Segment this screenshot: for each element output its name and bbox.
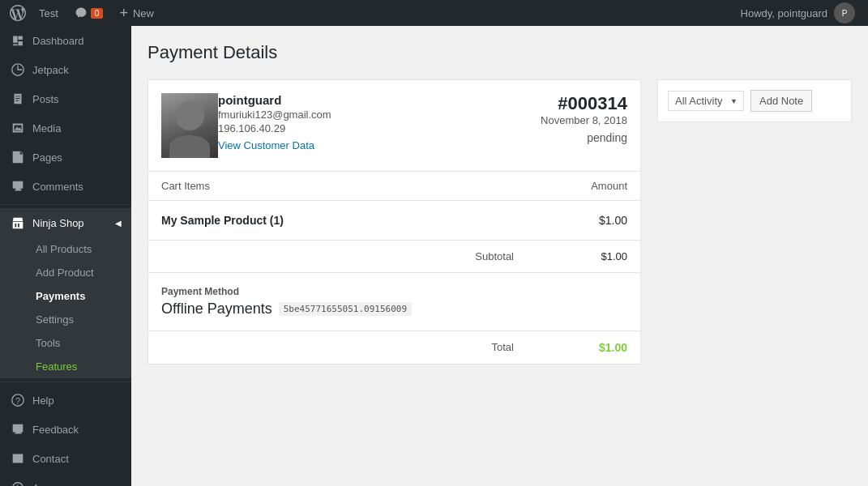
dashboard-icon: [10, 32, 26, 49]
cart-item-name: My Sample Product (1): [161, 214, 284, 227]
site-name[interactable]: Test: [32, 0, 65, 26]
sidebar-item-contact[interactable]: Contact: [0, 444, 131, 473]
new-content[interactable]: + New: [113, 0, 160, 26]
payment-method-label: Payment Method: [161, 286, 627, 297]
feedback-icon: [10, 421, 26, 437]
cart-items-label: Cart Items: [161, 180, 210, 192]
appearance-icon: [10, 480, 26, 486]
submenu-all-products[interactable]: All Products: [0, 237, 131, 261]
shop-icon: [10, 215, 26, 231]
sidebar-item-appearance[interactable]: Appearance: [0, 473, 131, 486]
cart-amount-label: Amount: [591, 180, 627, 192]
subtotal-label: Subtotal: [475, 250, 514, 262]
activity-dropdown[interactable]: All Activity: [668, 91, 744, 111]
customer-ip: 196.106.40.29: [218, 122, 528, 134]
payment-card: pointguard fmuriuki123@gmail.com 196.106…: [148, 79, 641, 364]
help-icon: ?: [10, 392, 26, 408]
customer-email: fmuriuki123@gmail.com: [218, 109, 528, 121]
wp-logo[interactable]: [6, 0, 29, 26]
admin-bar: Test 0 + New Howdy, pointguard P: [0, 0, 868, 26]
sidebar-item-ninja-shop[interactable]: Ninja Shop ◀: [0, 208, 131, 237]
payment-token: 5be45771655051.09156009: [279, 302, 412, 316]
menu-arrow-icon: ◀: [115, 219, 122, 228]
svg-text:?: ?: [15, 396, 20, 406]
activity-panel: All Activity Add Note: [657, 79, 852, 364]
sidebar-item-media[interactable]: Media: [0, 113, 131, 143]
customer-avatar: [161, 93, 218, 158]
comments-icon: [10, 178, 26, 194]
customer-info: pointguard fmuriuki123@gmail.com 196.106…: [218, 93, 528, 151]
posts-icon: [10, 91, 26, 107]
pages-icon: [10, 149, 26, 165]
order-date: November 8, 2018: [541, 114, 627, 126]
contact-icon: [10, 450, 26, 467]
sidebar-item-help[interactable]: ? Help: [0, 386, 131, 415]
cart-item: My Sample Product (1) $1.00: [148, 201, 640, 241]
ninja-shop-submenu: All Products Add Product Payments Settin…: [0, 237, 131, 378]
activity-select-wrapper: All Activity: [668, 91, 744, 111]
activity-card: All Activity Add Note: [657, 79, 852, 122]
cart-item-amount: $1.00: [599, 214, 627, 227]
customer-name: pointguard: [218, 93, 528, 107]
sidebar-item-comments[interactable]: Comments: [0, 172, 131, 201]
order-status: pending: [541, 131, 627, 144]
avatar: P: [834, 2, 855, 23]
sidebar-item-jetpack[interactable]: Jetpack: [0, 55, 131, 84]
submenu-features[interactable]: Features: [0, 355, 131, 378]
sidebar-item-feedback[interactable]: Feedback: [0, 415, 131, 444]
order-number: #000314: [541, 93, 627, 114]
submenu-add-product[interactable]: Add Product: [0, 261, 131, 284]
add-note-button[interactable]: Add Note: [750, 90, 812, 112]
subtotal-value: $1.00: [579, 250, 627, 262]
sidebar-item-dashboard[interactable]: Dashboard: [0, 26, 131, 55]
media-icon: [10, 120, 26, 136]
submenu-tools[interactable]: Tools: [0, 331, 131, 355]
howdy-menu[interactable]: Howdy, pointguard P: [734, 0, 862, 26]
cart-header: Cart Items Amount: [148, 172, 640, 201]
sidebar: Dashboard Jetpack Posts Media: [0, 26, 131, 486]
customer-section: pointguard fmuriuki123@gmail.com 196.106…: [148, 80, 640, 172]
content-area: pointguard fmuriuki123@gmail.com 196.106…: [148, 79, 852, 364]
submenu-payments[interactable]: Payments: [0, 284, 131, 308]
payment-method-section: Payment Method Offline Payments 5be45771…: [148, 273, 640, 331]
payment-method-name: Offline Payments: [161, 301, 272, 318]
main-content: Payment Details pointguard fmuriuk: [131, 26, 868, 486]
subtotal-row: Subtotal $1.00: [148, 241, 640, 273]
sidebar-item-posts[interactable]: Posts: [0, 84, 131, 113]
submenu-settings[interactable]: Settings: [0, 308, 131, 331]
jetpack-icon: [10, 62, 26, 78]
total-label: Total: [492, 341, 514, 354]
total-value: $1.00: [579, 341, 627, 354]
total-row: Total $1.00: [148, 331, 640, 364]
activity-controls: All Activity Add Note: [668, 90, 841, 112]
page-title: Payment Details: [148, 42, 852, 63]
sidebar-item-pages[interactable]: Pages: [0, 143, 131, 172]
comments-link[interactable]: 0: [68, 0, 110, 26]
order-meta: #000314 November 8, 2018 pending: [541, 93, 627, 144]
view-customer-link[interactable]: View Customer Data: [218, 139, 314, 151]
